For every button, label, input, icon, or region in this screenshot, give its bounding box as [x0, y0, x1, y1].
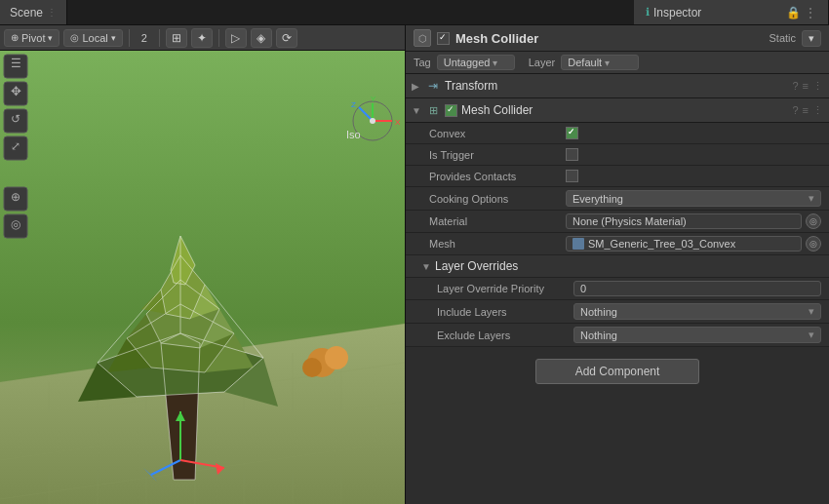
svg-text:⊕: ⊕ [11, 190, 20, 204]
toolbar-separator-1 [129, 29, 130, 47]
layer-overrides-arrow-icon: ▼ [421, 261, 431, 272]
mesh-collider-dots-icon[interactable]: ⋮ [812, 104, 823, 117]
mesh-label: Mesh [429, 238, 566, 250]
include-layers-dropdown-value: Nothing [580, 306, 617, 318]
cooking-options-dropdown[interactable]: Everything ▾ [566, 190, 821, 207]
exclude-layers-arrow: ▾ [809, 329, 814, 341]
material-select-btn[interactable]: ◎ [806, 213, 821, 229]
pivot-arrow: ▾ [48, 33, 53, 43]
transform-arrow-icon: ▶ [412, 81, 421, 92]
pivot-button[interactable]: ⊕ Pivot ▾ [4, 29, 59, 47]
layer-dropdown[interactable]: Default ▾ [561, 55, 639, 70]
top-bar: Scene ⋮ ℹ Inspector 🔒 ⋮ [0, 0, 829, 25]
layer-override-priority-value: 0 [573, 281, 821, 296]
play-button[interactable]: ▷ [225, 28, 247, 48]
mesh-value: SM_Generic_Tree_03_Convex ◎ [566, 236, 821, 252]
svg-text:Iso: Iso [346, 129, 361, 140]
svg-text:Y: Y [371, 95, 376, 103]
mesh-collider-help-icon[interactable]: ? [792, 104, 798, 116]
scene-toolbar: ⊕ Pivot ▾ ◎ Local ▾ 2 ⊞ ✦ ▷ ◈ ⟳ [0, 25, 405, 51]
static-dropdown[interactable]: ▾ [802, 30, 821, 47]
grid-button[interactable]: ⊞ [166, 28, 187, 48]
mesh-field[interactable]: SM_Generic_Tree_03_Convex [566, 236, 802, 252]
mesh-field-value: SM_Generic_Tree_03_Convex [588, 238, 735, 250]
shading-button[interactable]: ◈ [251, 28, 272, 48]
transform-dots-icon[interactable]: ⋮ [812, 80, 823, 93]
material-label: Material [429, 215, 566, 227]
inspector-tab[interactable]: ℹ Inspector 🔒 ⋮ [634, 0, 829, 24]
object-active-checkbox[interactable]: ✓ [437, 32, 450, 45]
svg-text:☰: ☰ [11, 57, 21, 70]
scene-svg: ☰ ✥ ↺ ⤢ ⊕ ◎ X [0, 51, 405, 504]
layer-override-priority-field[interactable]: 0 [573, 281, 821, 296]
inspector-menu-icon[interactable]: ⋮ [805, 6, 816, 19]
add-component-button[interactable]: Add Component [535, 359, 700, 384]
scene-canvas[interactable]: ☰ ✥ ↺ ⤢ ⊕ ◎ X [0, 51, 405, 504]
mesh-icon [572, 238, 584, 250]
lock-icon[interactable]: 🔒 [786, 6, 801, 19]
transform-menu-icon[interactable]: ≡ [803, 80, 809, 92]
tag-layer-row: Tag Untagged ▾ Layer Default ▾ [406, 52, 829, 74]
inspector-tab-label: Inspector [653, 6, 701, 19]
is-trigger-label: Is Trigger [429, 149, 566, 161]
layer-override-priority-field-value: 0 [580, 283, 586, 294]
mesh-collider-grid-icon: ⊞ [425, 102, 441, 118]
layer-overrides-header[interactable]: ▼ Layer Overrides [406, 255, 829, 278]
include-layers-dropdown[interactable]: Nothing ▾ [573, 303, 821, 320]
svg-text:⤢: ⤢ [11, 139, 20, 153]
material-field[interactable]: None (Physics Material) [566, 213, 802, 229]
local-label: Local [82, 32, 107, 44]
mesh-collider-title: Mesh Collider [461, 103, 788, 117]
transform-title: Transform [445, 79, 788, 93]
cooking-options-row: Cooking Options Everything ▾ [406, 187, 829, 211]
snap-button[interactable]: ✦ [191, 28, 213, 48]
cooking-options-label: Cooking Options [429, 193, 566, 205]
transform-icon: ⇥ [425, 78, 441, 94]
layer-overrides-title: Layer Overrides [435, 259, 518, 273]
pivot-label: Pivot [21, 32, 45, 44]
exclude-layers-dropdown[interactable]: Nothing ▾ [573, 327, 821, 343]
include-layers-row: Include Layers Nothing ▾ [406, 300, 829, 324]
add-component-area: Add Component [406, 347, 829, 396]
mesh-collider-menu-icon[interactable]: ≡ [803, 104, 809, 116]
transform-help-icon[interactable]: ? [792, 80, 798, 92]
include-layers-label: Include Layers [437, 306, 573, 318]
include-layers-arrow: ▾ [809, 305, 814, 318]
tag-dropdown-arrow: ▾ [493, 58, 497, 68]
svg-point-66 [370, 118, 375, 124]
include-layers-value: Nothing ▾ [573, 303, 821, 320]
cooking-options-value: Everything ▾ [566, 190, 821, 207]
transform-section-header[interactable]: ▶ ⇥ Transform ? ≡ ⋮ [406, 74, 829, 98]
is-trigger-row: Is Trigger [406, 144, 829, 166]
mesh-collider-section-header[interactable]: ▼ ⊞ ✓ Mesh Collider ? ≡ ⋮ [406, 98, 829, 123]
local-button[interactable]: ◎ Local ▾ [63, 29, 122, 47]
convex-value: ✓ [566, 127, 821, 139]
tag-dropdown[interactable]: Untagged ▾ [437, 55, 515, 70]
svg-text:X: X [395, 118, 401, 127]
local-arrow: ▾ [111, 33, 116, 43]
mesh-collider-checkbox[interactable]: ✓ [445, 104, 457, 117]
svg-point-45 [325, 346, 348, 369]
scene-tab[interactable]: Scene ⋮ [0, 0, 67, 24]
provides-contacts-label: Provides Contacts [429, 171, 566, 182]
inspector-body: Convex ✓ Is Trigger Provides Contacts [406, 123, 829, 504]
is-trigger-value [566, 148, 821, 161]
is-trigger-checkbox[interactable] [566, 148, 578, 161]
tag-label: Tag [414, 57, 431, 68]
scene-tab-menu[interactable]: ⋮ [47, 7, 57, 18]
convex-checkbox[interactable]: ✓ [566, 127, 578, 139]
provides-contacts-value [566, 170, 821, 182]
provides-contacts-checkbox[interactable] [566, 170, 578, 182]
mesh-select-btn[interactable]: ◎ [806, 236, 821, 252]
svg-text:Z: Z [351, 100, 356, 109]
layer-override-priority-label: Layer Override Priority [437, 283, 573, 294]
material-value: None (Physics Material) ◎ [566, 213, 821, 229]
main-content: ⊕ Pivot ▾ ◎ Local ▾ 2 ⊞ ✦ ▷ ◈ ⟳ [0, 25, 829, 504]
exclude-layers-row: Exclude Layers Nothing ▾ [406, 324, 829, 347]
layer-number: 2 [136, 30, 153, 46]
mesh-row: Mesh SM_Generic_Tree_03_Convex ◎ [406, 233, 829, 255]
effects-button[interactable]: ⟳ [276, 28, 297, 48]
inspector-tab-icon: ℹ [646, 6, 650, 19]
scene-tab-label: Scene [10, 6, 43, 19]
exclude-layers-label: Exclude Layers [437, 330, 573, 341]
